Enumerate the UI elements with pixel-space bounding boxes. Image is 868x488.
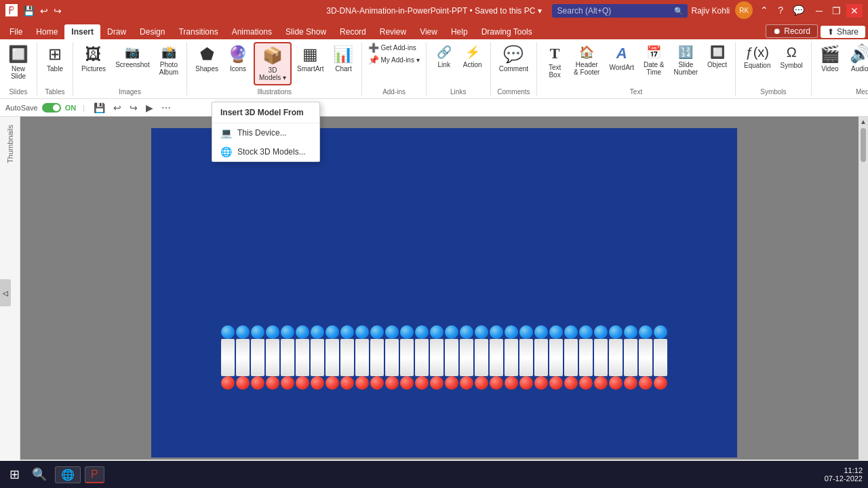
share-icon: ⬆ xyxy=(827,27,834,37)
panel-toggle[interactable]: ◁ xyxy=(0,279,11,306)
tables-items: ⊞ Table xyxy=(41,42,68,87)
collapse-icon: ⌃ xyxy=(859,42,865,52)
text-items: T TextBox 🏠 Header& Footer A WordArt 📅 D… xyxy=(541,42,731,87)
link-button[interactable]: 🔗 Link xyxy=(431,42,458,71)
new-slide-button[interactable]: 🔲 NewSlide xyxy=(4,42,33,83)
edge-browser-app[interactable]: 🌐 xyxy=(55,466,81,483)
avatar: RK xyxy=(735,1,753,19)
table-button[interactable]: ⊞ Table xyxy=(41,42,68,75)
screenshot-button[interactable]: 📷 Screenshot xyxy=(111,42,154,71)
comments-icon-btn[interactable]: 💬 xyxy=(789,3,808,17)
object-button[interactable]: 🔲 Object xyxy=(703,42,731,71)
tab-home[interactable]: Home xyxy=(29,24,64,39)
quick-access-save[interactable]: 💾 xyxy=(23,5,35,16)
slide-number-icon: 🔢 xyxy=(678,45,693,60)
search-container: 🔍 xyxy=(552,4,688,18)
record-icon: ⏺ xyxy=(773,26,781,36)
redo-icon[interactable]: ↪ xyxy=(127,102,140,114)
slide-canvas[interactable]: ▲ ▼ ◀ ▶ xyxy=(20,117,868,469)
present-icon[interactable]: ▶ xyxy=(144,102,155,114)
3d-models-button[interactable]: 📦 3DModels ▾ xyxy=(254,42,292,85)
autosave-bar: AutoSave ON | 💾 ↩ ↪ ▶ ⋯ xyxy=(0,99,868,117)
main-area: ◁ Thumbnails xyxy=(0,117,868,469)
ribbon-collapse-btn[interactable]: ⌃ xyxy=(859,42,865,52)
tab-file[interactable]: File xyxy=(3,24,29,39)
my-addins-btn[interactable]: 📌 My Add-ins ▾ xyxy=(366,54,421,66)
shapes-button[interactable]: ⬟ Shapes xyxy=(191,42,222,75)
stock-3d-models-item[interactable]: 🌐 Stock 3D Models... xyxy=(212,142,319,161)
icons-icon: 🔮 xyxy=(228,45,248,64)
share-button[interactable]: ⬆ Share xyxy=(821,26,865,38)
undo-icon[interactable]: ↩ xyxy=(111,102,123,114)
tab-insert[interactable]: Insert xyxy=(64,24,100,39)
slides-panel: ◁ Thumbnails xyxy=(0,117,20,469)
textbox-button[interactable]: T TextBox xyxy=(541,42,568,81)
header-footer-button[interactable]: 🏠 Header& Footer xyxy=(570,42,604,79)
smartart-icon: ▦ xyxy=(302,45,318,64)
tab-view[interactable]: View xyxy=(413,24,444,39)
quick-access-redo[interactable]: ↪ xyxy=(54,5,62,16)
dropdown-arrow[interactable]: ▾ xyxy=(538,6,542,16)
record-button[interactable]: ⏺ Record xyxy=(766,24,818,38)
slide-number-button[interactable]: 🔢 SlideNumber xyxy=(670,42,703,79)
vertical-scrollbar[interactable]: ▲ ▼ xyxy=(859,117,868,469)
tab-draw[interactable]: Draw xyxy=(100,24,133,39)
wordart-icon: A xyxy=(616,45,627,62)
more-toolbar[interactable]: ⋯ xyxy=(159,102,173,114)
tab-slideshow[interactable]: Slide Show xyxy=(279,24,333,39)
tab-animations[interactable]: Animations xyxy=(225,24,279,39)
ribbon-group-symbols: ƒ(x) Equation Ω Symbol Symbols xyxy=(736,42,812,96)
tab-transitions[interactable]: Transitions xyxy=(172,24,224,39)
help-icon-btn[interactable]: ? xyxy=(774,3,787,17)
get-addins-btn[interactable]: ➕ Get Add-ins xyxy=(366,42,421,54)
smartart-button[interactable]: ▦ SmartArt xyxy=(293,42,328,75)
restore-btn[interactable]: ❐ xyxy=(828,4,845,18)
symbol-button[interactable]: Ω Symbol xyxy=(776,42,806,72)
ribbon-display-btn[interactable]: ⌃ xyxy=(757,3,772,17)
start-button[interactable]: ⊞ xyxy=(5,464,24,485)
my-addins-icon: 📌 xyxy=(368,55,379,65)
scroll-thumb[interactable] xyxy=(861,128,866,162)
tab-design[interactable]: Design xyxy=(133,24,172,39)
chart-button[interactable]: 📊 Chart xyxy=(329,42,357,75)
search-taskbar-btn[interactable]: 🔍 xyxy=(28,464,51,485)
autosave-toggle[interactable] xyxy=(42,103,61,113)
equation-button[interactable]: ƒ(x) Equation xyxy=(740,42,774,72)
ribbon-group-text: T TextBox 🏠 Header& Footer A WordArt 📅 D… xyxy=(537,42,736,96)
date-time-icon: 📅 xyxy=(646,45,661,60)
dna-sticks xyxy=(221,339,667,376)
wordart-button[interactable]: A WordArt xyxy=(605,42,638,74)
title-bar-left: 🅿 💾 ↩ ↪ xyxy=(5,4,62,18)
this-device-item[interactable]: 💻 This Device... xyxy=(212,123,319,142)
slides-items: 🔲 NewSlide xyxy=(4,42,33,87)
ribbon-group-illustrations: ⬟ Shapes 🔮 Icons 📦 3DModels ▾ ▦ SmartArt… xyxy=(187,42,362,96)
icons-button[interactable]: 🔮 Icons xyxy=(224,42,252,75)
tab-help[interactable]: Help xyxy=(444,24,475,39)
tab-record[interactable]: Record xyxy=(333,24,373,39)
photo-album-button[interactable]: 📸 PhotoAlbum xyxy=(155,42,182,79)
close-btn[interactable]: ✕ xyxy=(846,4,863,18)
addins-group-label: Add-ins xyxy=(382,87,406,96)
comment-button[interactable]: 💬 Comment xyxy=(495,42,532,75)
equation-icon: ƒ(x) xyxy=(746,45,769,60)
powerpoint-app[interactable]: P xyxy=(85,466,104,483)
search-input[interactable] xyxy=(552,4,688,18)
stock-3d-icon: 🌐 xyxy=(220,146,232,157)
this-device-icon: 💻 xyxy=(220,127,232,138)
minimize-btn[interactable]: ─ xyxy=(812,4,827,18)
save-icon[interactable]: 💾 xyxy=(92,102,107,114)
illustrations-items: ⬟ Shapes 🔮 Icons 📦 3DModels ▾ ▦ SmartArt… xyxy=(191,42,357,87)
tab-drawing-tools[interactable]: Drawing Tools xyxy=(475,24,539,39)
pictures-button[interactable]: 🖼 Pictures xyxy=(77,42,110,75)
tab-review[interactable]: Review xyxy=(373,24,413,39)
date-time-button[interactable]: 📅 Date &Time xyxy=(639,42,669,79)
3d-models-icon: 📦 xyxy=(262,46,283,65)
scroll-up-arrow[interactable]: ▲ xyxy=(860,118,867,125)
autosave-label: AutoSave xyxy=(5,104,38,112)
action-button[interactable]: ⚡ Action xyxy=(459,42,486,71)
video-button[interactable]: 🎬 Video xyxy=(816,42,844,75)
quick-access-undo[interactable]: ↩ xyxy=(40,5,48,16)
title-bar-center: 3D-DNA-Animation-in-PowerPoint-PPT • Sav… xyxy=(326,6,541,16)
media-group-label: Media xyxy=(856,87,868,96)
dna-top-balls xyxy=(221,325,667,339)
